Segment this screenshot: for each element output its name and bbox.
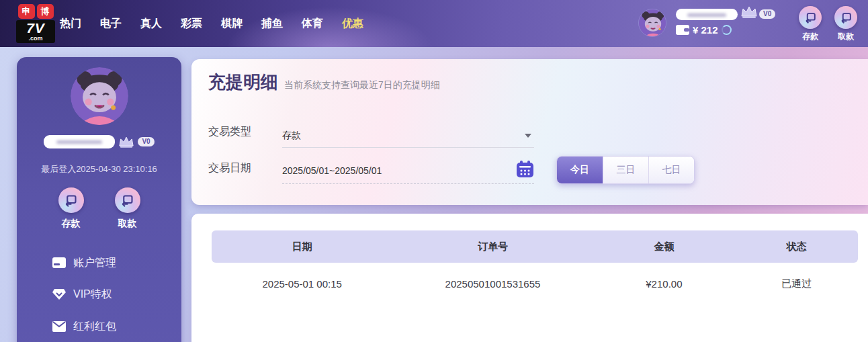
top-nav: 申 博 7V .com 热门 电子 真人 彩票 棋牌 捕鱼 体育 优惠 bbox=[0, 0, 868, 47]
topbar-withdraw-button[interactable]: 取款 bbox=[828, 6, 863, 42]
topbar-withdraw-label: 取款 bbox=[828, 31, 863, 42]
records-panel: 日期 订单号 金额 状态 2025-05-01 00:15 2025050100… bbox=[191, 214, 868, 342]
envelope-icon bbox=[52, 321, 66, 332]
cell-status: 已通过 bbox=[735, 277, 858, 290]
vip-level-badge: V0 bbox=[759, 9, 775, 19]
topbar-deposit-button[interactable]: 存款 bbox=[793, 6, 828, 42]
sidebar-item-account[interactable]: 账户管理 bbox=[17, 253, 181, 272]
withdraw-icon bbox=[120, 194, 134, 208]
sidebar-item-bonus[interactable]: 红利红包 bbox=[17, 317, 181, 336]
credit-card-icon bbox=[52, 257, 66, 268]
nav-item-fishing[interactable]: 捕鱼 bbox=[261, 17, 283, 31]
transaction-type-select[interactable]: 存款 bbox=[282, 124, 534, 148]
col-header-order: 订单号 bbox=[392, 241, 593, 253]
cell-order-number: 20250501001531655 bbox=[392, 278, 593, 290]
balance-row: ¥ 212 bbox=[676, 24, 732, 36]
wallet-icon bbox=[676, 25, 689, 35]
transaction-date-label: 交易日期 bbox=[208, 161, 251, 175]
logo-tile-2: 博 bbox=[37, 4, 54, 19]
deposit-icon bbox=[64, 194, 78, 208]
sidebar-pay-buttons: 存款 取款 bbox=[17, 187, 181, 230]
sidebar-user-avatar[interactable] bbox=[71, 67, 128, 125]
sidebar-item-label: VIP特权 bbox=[73, 288, 112, 302]
page-subtitle: 当前系统支持查询最近7日的充提明细 bbox=[284, 79, 440, 91]
sidebar-item-label: 红利红包 bbox=[73, 320, 116, 334]
transaction-type-label: 交易类型 bbox=[208, 125, 251, 139]
nav-item-lottery[interactable]: 彩票 bbox=[181, 17, 202, 31]
avatar-image bbox=[639, 9, 666, 37]
sidebar-item-label: 账户管理 bbox=[73, 256, 116, 270]
cell-date: 2025-05-01 00:15 bbox=[212, 278, 392, 290]
transaction-date-input[interactable]: 2025/05/01~2025/05/01 bbox=[282, 157, 534, 184]
transaction-type-value: 存款 bbox=[282, 130, 301, 142]
cell-amount: ¥210.00 bbox=[593, 278, 736, 290]
filter-panel: 充提明细 当前系统支持查询最近7日的充提明细 交易类型 存款 交易日期 2025… bbox=[191, 59, 868, 205]
user-avatar[interactable] bbox=[638, 9, 666, 37]
balance-amount: ¥ 212 bbox=[693, 24, 718, 36]
logo-brand-name: 7V bbox=[16, 21, 55, 36]
nav-item-slots[interactable]: 电子 bbox=[100, 17, 122, 31]
last-login-text: 最后登入2025-04-30 23:10:16 bbox=[17, 163, 181, 175]
username-blurred bbox=[44, 135, 115, 148]
site-logo[interactable]: 申 博 7V .com bbox=[16, 4, 55, 43]
chevron-down-icon bbox=[525, 134, 531, 138]
nav-item-promos[interactable]: 优惠 bbox=[342, 17, 363, 31]
gem-icon bbox=[52, 288, 66, 300]
main-nav-menu: 热门 电子 真人 彩票 棋牌 捕鱼 体育 优惠 bbox=[60, 0, 363, 47]
quick-range-today-button[interactable]: 今日 bbox=[557, 157, 603, 183]
nav-item-cards[interactable]: 棋牌 bbox=[221, 17, 243, 31]
refresh-balance-icon[interactable] bbox=[722, 25, 732, 35]
table-row[interactable]: 2025-05-01 00:15 20250501001531655 ¥210.… bbox=[212, 263, 858, 304]
avatar-image bbox=[71, 67, 128, 125]
vip-level-badge: V0 bbox=[138, 137, 154, 146]
sidebar: V0 最后登入2025-04-30 23:10:16 存款 取款 bbox=[17, 57, 181, 342]
logo-tld: .com bbox=[16, 36, 55, 42]
col-header-date: 日期 bbox=[212, 241, 392, 253]
logo-tile-1: 申 bbox=[18, 4, 35, 19]
deposit-icon bbox=[804, 11, 817, 24]
table-header-row: 日期 订单号 金额 状态 bbox=[212, 230, 858, 263]
vip-crown-icon bbox=[118, 136, 134, 148]
topbar-deposit-label: 存款 bbox=[793, 31, 828, 42]
vip-crown-icon bbox=[740, 5, 758, 22]
nav-item-sports[interactable]: 体育 bbox=[302, 17, 323, 31]
sidebar-deposit-label: 存款 bbox=[52, 218, 90, 230]
nav-item-hot[interactable]: 热门 bbox=[60, 17, 81, 31]
sidebar-withdraw-label: 取款 bbox=[109, 218, 146, 230]
withdraw-icon bbox=[840, 11, 853, 24]
date-range-button-group: 今日 三日 七日 bbox=[556, 156, 695, 184]
transaction-date-value: 2025/05/01~2025/05/01 bbox=[282, 165, 382, 176]
sidebar-withdraw-button[interactable]: 取款 bbox=[109, 187, 146, 230]
col-header-status: 状态 bbox=[735, 241, 858, 253]
quick-range-7days-button[interactable]: 七日 bbox=[648, 157, 694, 183]
quick-range-3days-button[interactable]: 三日 bbox=[603, 157, 648, 183]
sidebar-item-vip[interactable]: VIP特权 bbox=[17, 285, 181, 304]
nav-item-live[interactable]: 真人 bbox=[140, 17, 162, 31]
username-blurred bbox=[676, 9, 738, 20]
calendar-icon[interactable] bbox=[516, 161, 534, 181]
sidebar-deposit-button[interactable]: 存款 bbox=[52, 187, 90, 230]
sidebar-user-row: V0 bbox=[17, 135, 181, 148]
page-title: 充提明细 bbox=[208, 71, 278, 94]
col-header-amount: 金额 bbox=[593, 241, 736, 253]
